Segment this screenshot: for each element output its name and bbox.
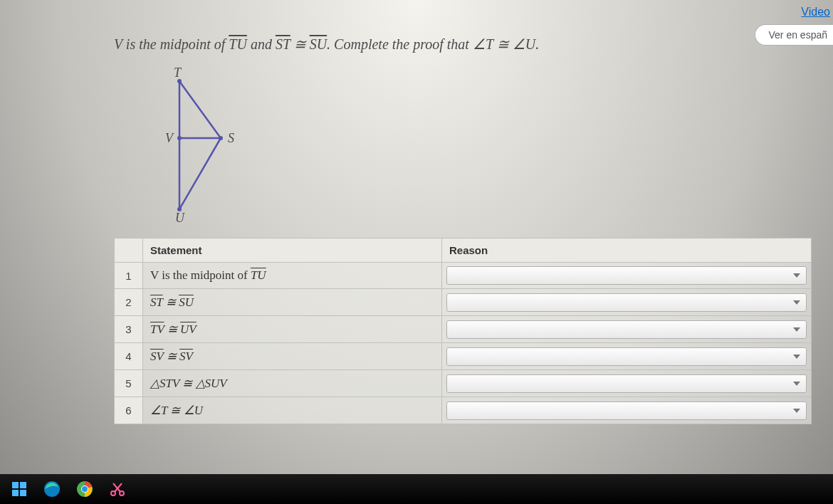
statement-cell: TV ≅ UV xyxy=(143,316,442,343)
table-row: 6 ∠T ≅ ∠U xyxy=(115,397,812,424)
taskbar-item-start[interactable] xyxy=(6,476,33,503)
taskbar-item-edge[interactable] xyxy=(38,476,66,503)
stmt-seg1: ST xyxy=(150,295,163,309)
reason-dropdown[interactable] xyxy=(446,266,807,285)
windows-icon xyxy=(11,481,27,497)
diagram-label-T: T xyxy=(174,67,182,80)
row-num: 6 xyxy=(115,397,143,424)
statement-cell: ST ≅ SU xyxy=(143,289,442,316)
problem-suffix: . xyxy=(535,36,539,52)
language-button[interactable]: Ver en españ xyxy=(755,24,833,46)
svg-line-20 xyxy=(115,483,122,492)
svg-rect-11 xyxy=(12,490,19,496)
problem-prefix: V is the midpoint of xyxy=(114,36,229,52)
chevron-down-icon xyxy=(793,355,800,359)
header-blank xyxy=(115,238,143,263)
row-num: 1 xyxy=(115,263,143,289)
header-statement: Statement xyxy=(143,238,442,263)
chevron-down-icon xyxy=(793,382,800,386)
scissors-icon xyxy=(109,481,126,498)
problem-statement: V is the midpoint of TU and ST ≅ SU. Com… xyxy=(114,36,833,53)
svg-line-3 xyxy=(179,138,221,209)
problem-mid2: . Complete the proof that ∠ xyxy=(327,36,486,52)
chevron-down-icon xyxy=(793,273,800,278)
table-row: 1 V is the midpoint of TU xyxy=(115,263,812,289)
reason-cell xyxy=(442,316,812,343)
reason-dropdown[interactable] xyxy=(446,293,807,312)
row-num: 5 xyxy=(115,370,143,397)
reason-cell xyxy=(442,263,812,289)
problem-cong2: ≅ ∠ xyxy=(493,36,525,52)
problem-cong1: ≅ xyxy=(290,36,310,52)
svg-rect-9 xyxy=(12,482,19,488)
stmt-mid: ≅ xyxy=(163,295,179,309)
svg-line-2 xyxy=(179,81,221,138)
angle-U: U xyxy=(525,36,535,52)
statement-cell: △STV ≅ △SUV xyxy=(143,370,442,397)
svg-rect-10 xyxy=(20,482,26,488)
stmt-prefix: V is the midpoint of xyxy=(150,268,251,282)
diagram-label-U: U xyxy=(175,211,185,224)
taskbar-item-snip[interactable] xyxy=(104,476,131,503)
row-num: 2 xyxy=(115,289,143,316)
reason-cell xyxy=(442,370,812,397)
proof-table-wrap: Statement Reason 1 V is the midpoint of … xyxy=(114,238,812,424)
taskbar xyxy=(0,474,833,504)
angle-T: T xyxy=(486,36,493,52)
stmt-segment: TU xyxy=(251,268,266,282)
table-header-row: Statement Reason xyxy=(115,238,812,263)
svg-point-17 xyxy=(82,486,88,492)
stmt-seg2: SU xyxy=(179,295,194,309)
video-link[interactable]: Video xyxy=(801,6,833,19)
row-num: 3 xyxy=(115,316,143,343)
segment-SU: SU xyxy=(310,36,327,52)
reason-dropdown[interactable] xyxy=(446,347,807,366)
chevron-down-icon xyxy=(793,409,800,413)
diagram-label-S: S xyxy=(228,131,234,145)
taskbar-item-chrome[interactable] xyxy=(71,476,98,503)
reason-dropdown[interactable] xyxy=(446,320,807,339)
statement-cell: V is the midpoint of TU xyxy=(143,263,442,289)
header-reason: Reason xyxy=(442,238,812,263)
segment-TU: TU xyxy=(229,36,247,52)
stmt-mid: ≅ xyxy=(164,350,180,363)
svg-rect-12 xyxy=(20,490,26,496)
edge-icon xyxy=(43,480,61,498)
table-row: 2 ST ≅ SU xyxy=(115,289,812,316)
reason-dropdown[interactable] xyxy=(446,401,807,420)
table-row: 3 TV ≅ UV xyxy=(115,316,812,343)
statement-cell: ∠T ≅ ∠U xyxy=(143,397,442,424)
stmt-seg2: SV xyxy=(179,350,193,363)
stmt-seg1: TV xyxy=(150,322,164,336)
table-row: 4 SV ≅ SV xyxy=(115,343,812,370)
row-num: 4 xyxy=(115,343,143,370)
reason-dropdown[interactable] xyxy=(446,374,807,393)
svg-point-6 xyxy=(177,136,182,140)
statement-cell: SV ≅ SV xyxy=(143,343,442,370)
stmt-seg2: UV xyxy=(180,322,197,336)
reason-cell xyxy=(442,343,812,370)
chrome-icon xyxy=(75,480,94,498)
stmt-mid: ≅ xyxy=(164,322,181,336)
svg-line-21 xyxy=(113,483,120,492)
chevron-down-icon xyxy=(793,300,800,305)
table-row: 5 △STV ≅ △SUV xyxy=(115,370,812,397)
problem-mid1: and xyxy=(247,36,276,52)
diagram-label-V: V xyxy=(165,131,174,145)
svg-point-7 xyxy=(219,136,223,140)
reason-cell xyxy=(442,397,812,424)
geometry-diagram: T V S U xyxy=(150,67,833,224)
segment-ST: ST xyxy=(276,36,290,52)
reason-cell xyxy=(442,289,812,316)
main-content: V is the midpoint of TU and ST ≅ SU. Com… xyxy=(0,0,833,424)
stmt-seg1: SV xyxy=(150,350,164,363)
chevron-down-icon xyxy=(793,327,800,332)
proof-table: Statement Reason 1 V is the midpoint of … xyxy=(114,238,812,424)
